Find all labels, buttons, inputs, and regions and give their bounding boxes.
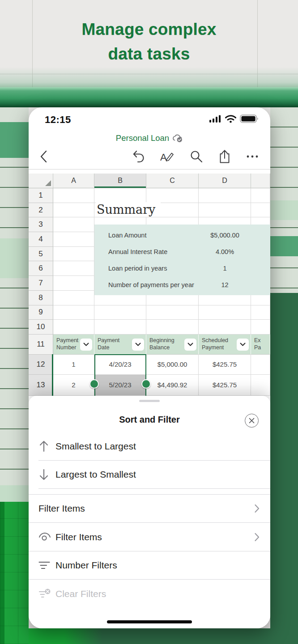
- row-header-11[interactable]: 11: [29, 335, 53, 355]
- menu-item-filter-items[interactable]: Filter Items: [29, 495, 270, 522]
- share-icon[interactable]: [218, 149, 231, 164]
- filter-dropdown-button[interactable]: [237, 339, 249, 351]
- document-title[interactable]: Personal Loan: [116, 133, 169, 143]
- header-cell-beginning-balance[interactable]: BeginningBalance: [146, 335, 199, 355]
- filter-dropdown-button[interactable]: [184, 339, 196, 351]
- empty-cell[interactable]: [199, 320, 251, 335]
- row-header-2[interactable]: 2: [29, 203, 53, 218]
- empty-cell[interactable]: [251, 188, 270, 203]
- header-cell-payment-number[interactable]: PaymentNumber: [53, 335, 94, 355]
- empty-cell[interactable]: [53, 203, 94, 218]
- empty-cell[interactable]: [251, 320, 270, 335]
- eye-icon: [38, 532, 55, 542]
- drag-handle[interactable]: [139, 400, 160, 402]
- stripe-accent: [0, 502, 29, 644]
- hero-line1: Manage complex: [0, 17, 298, 42]
- selection-handle-right[interactable]: [141, 379, 151, 389]
- empty-cell[interactable]: [94, 305, 146, 320]
- row-header-6[interactable]: 6: [29, 261, 53, 276]
- cell-d12[interactable]: $425.75: [199, 355, 251, 375]
- group-gap: [29, 489, 270, 494]
- empty-cell[interactable]: [53, 247, 94, 262]
- close-button[interactable]: [245, 414, 259, 428]
- home-indicator[interactable]: [107, 620, 192, 623]
- empty-cell[interactable]: [199, 188, 251, 203]
- column-header-b[interactable]: B: [94, 174, 146, 188]
- header-cell-payment-date[interactable]: PaymentDate: [94, 335, 146, 355]
- column-header-e[interactable]: [251, 174, 270, 188]
- row-header-10[interactable]: 10: [29, 320, 53, 335]
- search-icon[interactable]: [190, 150, 203, 163]
- menu-item-number-filters[interactable]: Number Filters: [29, 551, 270, 579]
- table-header-row: 11 PaymentNumber PaymentDate BeginningBa…: [29, 335, 270, 355]
- backdrop-bottom: [29, 628, 270, 644]
- row-header-1[interactable]: 1: [29, 188, 53, 203]
- filter-dropdown-button[interactable]: [80, 339, 92, 351]
- row-header-4[interactable]: 4: [29, 232, 53, 247]
- empty-cell[interactable]: [53, 261, 94, 276]
- empty-cell[interactable]: [53, 276, 94, 291]
- stripe-accent: [270, 200, 298, 220]
- arrow-down-icon: [38, 469, 55, 481]
- undo-button[interactable]: [132, 150, 145, 163]
- format-pen-button[interactable]: A: [160, 150, 175, 163]
- spreadsheet: A B C D 12345678910 11 PaymentNumber Pay…: [29, 174, 270, 396]
- summary-row: Loan period in years 1: [94, 260, 270, 276]
- empty-cell[interactable]: [199, 305, 251, 320]
- row-header-8[interactable]: 8: [29, 291, 53, 305]
- header-cell-extra-payment-partial[interactable]: ExPa: [251, 335, 270, 355]
- column-header-row: A B C D: [29, 174, 270, 188]
- arrow-up-icon: [38, 440, 55, 452]
- hero-line2: data tasks: [0, 42, 298, 66]
- column-header-c[interactable]: C: [146, 174, 199, 188]
- document-title-row[interactable]: Personal Loan: [29, 132, 270, 144]
- cell-c12[interactable]: $5,000.00: [146, 355, 199, 375]
- empty-cell[interactable]: [251, 305, 270, 320]
- cell-e13[interactable]: [251, 375, 270, 396]
- row-header-13[interactable]: 13: [29, 375, 53, 396]
- row-header-9[interactable]: 9: [29, 305, 53, 320]
- menu-item-smallest-to-largest[interactable]: Smallest to Largest: [29, 432, 270, 460]
- back-button[interactable]: [39, 150, 47, 163]
- empty-cell[interactable]: [53, 188, 94, 203]
- summary-title: Summary: [96, 202, 161, 217]
- stripe-accent: [270, 293, 298, 644]
- empty-cell[interactable]: [53, 320, 94, 335]
- row-header-5[interactable]: 5: [29, 247, 53, 262]
- cell-c13[interactable]: $4,490.92: [146, 375, 199, 396]
- row-header-12[interactable]: 12: [29, 355, 53, 375]
- empty-cell[interactable]: [53, 291, 94, 305]
- selection-handle-left[interactable]: [89, 379, 99, 389]
- backdrop-left-stripes: [0, 107, 29, 644]
- filter-dropdown-button[interactable]: [132, 339, 144, 351]
- cell-e12[interactable]: [251, 355, 270, 375]
- loan-summary-box: Loan Amount $5,000.00 Annual Interest Ra…: [94, 225, 270, 295]
- empty-cell[interactable]: [146, 188, 199, 203]
- more-options-icon[interactable]: [246, 150, 259, 163]
- menu-item-filter-items-visible[interactable]: Filter Items: [29, 523, 270, 551]
- empty-cell[interactable]: [53, 217, 94, 232]
- sort-filter-sheet: Sort and Filter Smallest to Largest Larg…: [29, 396, 270, 628]
- empty-cell[interactable]: [53, 232, 94, 247]
- column-header-d[interactable]: D: [199, 174, 251, 188]
- empty-cell[interactable]: [94, 188, 146, 203]
- empty-cell[interactable]: [146, 305, 199, 320]
- row-header-3[interactable]: 3: [29, 217, 53, 232]
- cell-a13[interactable]: 2: [53, 375, 94, 396]
- column-header-a[interactable]: A: [53, 174, 94, 188]
- select-all-corner[interactable]: [29, 174, 53, 188]
- cell-a12[interactable]: 1: [53, 355, 94, 375]
- menu-item-largest-to-smallest[interactable]: Largest to Smallest: [29, 461, 270, 488]
- empty-cell[interactable]: [53, 305, 94, 320]
- status-icons: [209, 114, 259, 123]
- empty-cell[interactable]: [251, 203, 270, 218]
- empty-cell[interactable]: [146, 320, 199, 335]
- empty-cell[interactable]: [94, 320, 146, 335]
- row-header-7[interactable]: 7: [29, 276, 53, 291]
- empty-cell[interactable]: [199, 203, 251, 218]
- stripe-accent: [270, 236, 298, 256]
- status-bar: 12:15: [29, 107, 270, 132]
- cell-d13[interactable]: $425.75: [199, 375, 251, 396]
- header-cell-scheduled-payment[interactable]: ScheduledPayment: [199, 335, 251, 355]
- stripe-accent: [0, 485, 29, 502]
